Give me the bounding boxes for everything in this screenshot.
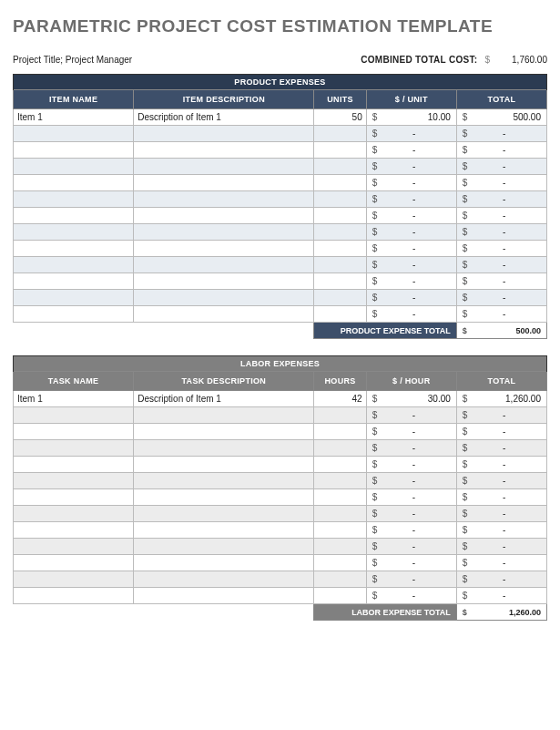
cell-rate[interactable]: $- <box>366 555 456 571</box>
cell-rate[interactable]: $- <box>366 588 456 604</box>
cell-rate[interactable]: $- <box>366 257 456 273</box>
cell-rate[interactable]: $- <box>366 440 456 457</box>
cell-name[interactable] <box>14 522 134 539</box>
cell-desc[interactable] <box>134 457 314 473</box>
cell-name[interactable] <box>14 142 134 159</box>
cell-desc[interactable] <box>134 208 314 224</box>
cell-units[interactable] <box>314 208 366 224</box>
cell-rate[interactable]: $- <box>366 506 456 522</box>
cell-name[interactable] <box>14 489 134 506</box>
cell-name[interactable] <box>14 241 134 257</box>
cell-rate[interactable]: $- <box>366 191 456 208</box>
cell-name[interactable] <box>14 555 134 571</box>
cell-name[interactable] <box>14 208 134 224</box>
cell-rate[interactable]: $- <box>366 424 456 440</box>
cell-units[interactable] <box>314 191 366 208</box>
cell-desc[interactable] <box>134 159 314 175</box>
cell-desc[interactable] <box>134 489 314 506</box>
cell-rate[interactable]: $- <box>366 539 456 555</box>
cell-name[interactable]: Item 1 <box>14 391 134 407</box>
cell-units[interactable] <box>314 306 366 323</box>
cell-units[interactable] <box>314 159 366 175</box>
cell-name[interactable] <box>14 506 134 522</box>
cell-rate[interactable]: $- <box>366 241 456 257</box>
cell-desc[interactable]: Description of Item 1 <box>134 391 314 407</box>
cell-name[interactable] <box>14 224 134 241</box>
cell-name[interactable] <box>14 588 134 604</box>
cell-units[interactable] <box>314 457 366 473</box>
cell-units[interactable] <box>314 571 366 588</box>
cell-units[interactable] <box>314 257 366 273</box>
cell-units[interactable] <box>314 224 366 241</box>
cell-desc[interactable] <box>134 175 314 191</box>
cell-desc[interactable] <box>134 522 314 539</box>
cell-units[interactable] <box>314 241 366 257</box>
cell-name[interactable] <box>14 473 134 489</box>
cell-desc[interactable] <box>134 440 314 457</box>
cell-units[interactable] <box>314 539 366 555</box>
cell-name[interactable] <box>14 290 134 306</box>
cell-desc[interactable]: Description of Item 1 <box>134 109 314 126</box>
cell-units[interactable] <box>314 273 366 290</box>
cell-name[interactable] <box>14 175 134 191</box>
cell-units[interactable]: 50 <box>314 109 366 126</box>
cell-desc[interactable] <box>134 539 314 555</box>
cell-desc[interactable] <box>134 224 314 241</box>
cell-rate[interactable]: $- <box>366 273 456 290</box>
cell-units[interactable] <box>314 489 366 506</box>
cell-desc[interactable] <box>134 191 314 208</box>
cell-units[interactable] <box>314 175 366 191</box>
cell-units[interactable] <box>314 506 366 522</box>
cell-rate[interactable]: $- <box>366 407 456 424</box>
cell-name[interactable] <box>14 571 134 588</box>
cell-units[interactable] <box>314 555 366 571</box>
cell-rate[interactable]: $- <box>366 571 456 588</box>
cell-name[interactable]: Item 1 <box>14 109 134 126</box>
cell-desc[interactable] <box>134 306 314 323</box>
cell-rate[interactable]: $- <box>366 175 456 191</box>
cell-name[interactable] <box>14 191 134 208</box>
cell-rate[interactable]: $- <box>366 126 456 142</box>
cell-units[interactable] <box>314 473 366 489</box>
cell-rate[interactable]: $30.00 <box>366 391 456 407</box>
cell-name[interactable] <box>14 407 134 424</box>
cell-desc[interactable] <box>134 588 314 604</box>
cell-desc[interactable] <box>134 424 314 440</box>
cell-name[interactable] <box>14 457 134 473</box>
cell-desc[interactable] <box>134 473 314 489</box>
cell-rate[interactable]: $10.00 <box>366 109 456 126</box>
cell-name[interactable] <box>14 440 134 457</box>
cell-rate[interactable]: $- <box>366 306 456 323</box>
cell-rate[interactable]: $- <box>366 522 456 539</box>
cell-desc[interactable] <box>134 142 314 159</box>
cell-name[interactable] <box>14 539 134 555</box>
cell-rate[interactable]: $- <box>366 290 456 306</box>
cell-rate[interactable]: $- <box>366 457 456 473</box>
cell-units[interactable] <box>314 407 366 424</box>
cell-units[interactable] <box>314 440 366 457</box>
cell-name[interactable] <box>14 424 134 440</box>
cell-desc[interactable] <box>134 241 314 257</box>
cell-units[interactable]: 42 <box>314 391 366 407</box>
cell-name[interactable] <box>14 257 134 273</box>
cell-desc[interactable] <box>134 555 314 571</box>
cell-units[interactable] <box>314 424 366 440</box>
cell-desc[interactable] <box>134 571 314 588</box>
cell-desc[interactable] <box>134 506 314 522</box>
cell-rate[interactable]: $- <box>366 473 456 489</box>
cell-name[interactable] <box>14 273 134 290</box>
cell-desc[interactable] <box>134 273 314 290</box>
cell-units[interactable] <box>314 126 366 142</box>
cell-rate[interactable]: $- <box>366 224 456 241</box>
cell-rate[interactable]: $- <box>366 208 456 224</box>
cell-units[interactable] <box>314 142 366 159</box>
cell-desc[interactable] <box>134 290 314 306</box>
cell-rate[interactable]: $- <box>366 142 456 159</box>
cell-rate[interactable]: $- <box>366 489 456 506</box>
cell-name[interactable] <box>14 159 134 175</box>
cell-desc[interactable] <box>134 257 314 273</box>
cell-rate[interactable]: $- <box>366 159 456 175</box>
cell-units[interactable] <box>314 290 366 306</box>
cell-desc[interactable] <box>134 126 314 142</box>
cell-units[interactable] <box>314 588 366 604</box>
